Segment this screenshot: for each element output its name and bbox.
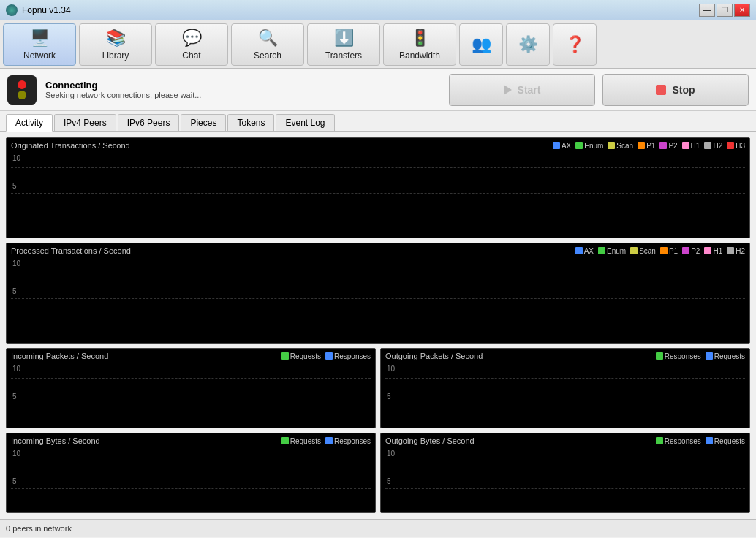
chart-processed-legend: AX Enum Scan P1 P2 H1 H2 bbox=[575, 247, 745, 255]
status-bar: Connecting Seeking network connections, … bbox=[0, 69, 756, 111]
tab-ipv4peers[interactable]: IPv4 Peers bbox=[54, 114, 116, 131]
chart-originated-title: Originated Transactions / Second bbox=[11, 141, 130, 150]
nav-bar: 🖥️ Network 📚 Library 💬 Chat 🔍 Search ⬇️ … bbox=[0, 20, 756, 69]
nav-network-label: Network bbox=[23, 50, 56, 61]
stop-label: Stop bbox=[672, 84, 695, 96]
play-icon bbox=[504, 85, 512, 95]
scale-5-orig: 5 bbox=[12, 182, 17, 190]
stop-button[interactable]: Stop bbox=[602, 74, 749, 106]
close-button[interactable]: ✕ bbox=[734, 4, 750, 17]
nav-transfers-label: Transfers bbox=[325, 50, 362, 61]
chart-incoming-packets: Incoming Packets / Second Requests Respo… bbox=[6, 348, 376, 428]
chart-outgoing-bytes-title: Outgoing Bytes / Second bbox=[385, 436, 475, 445]
nav-settings[interactable]: ⚙️ bbox=[506, 23, 550, 66]
nav-network[interactable]: 🖥️ Network bbox=[3, 23, 76, 66]
nav-search-label: Search bbox=[254, 50, 281, 61]
help-icon: ❓ bbox=[565, 35, 585, 54]
bandwidth-icon: 🚦 bbox=[410, 29, 430, 48]
nav-chat[interactable]: 💬 Chat bbox=[155, 23, 228, 66]
traffic-light bbox=[7, 75, 37, 105]
footer: 0 peers in network bbox=[0, 519, 756, 537]
nav-library-label: Library bbox=[102, 50, 129, 61]
settings-icon: ⚙️ bbox=[518, 35, 538, 54]
chart-outgoing-packets: Outgoing Packets / Second Responses Requ… bbox=[380, 348, 750, 428]
nav-users[interactable]: 👥 bbox=[459, 23, 503, 66]
tab-pieces[interactable]: Pieces bbox=[181, 114, 226, 131]
nav-search[interactable]: 🔍 Search bbox=[231, 23, 304, 66]
nav-transfers[interactable]: ⬇️ Transfers bbox=[307, 23, 380, 66]
scale-10-proc: 10 bbox=[12, 259, 20, 268]
tl-red bbox=[18, 80, 26, 89]
users-icon: 👥 bbox=[472, 35, 491, 54]
chart-originated-legend: AX Enum Scan P1 P2 H1 H2 H3 bbox=[553, 142, 745, 150]
search-icon: 🔍 bbox=[258, 29, 278, 48]
nav-library[interactable]: 📚 Library bbox=[79, 23, 152, 66]
chart-outgoing-packets-title: Outgoing Packets / Second bbox=[385, 352, 483, 360]
scale-5-inb: 5 bbox=[12, 477, 17, 485]
nav-bandwidth[interactable]: 🚦 Bandwidth bbox=[383, 23, 456, 66]
scale-10-orig: 10 bbox=[12, 154, 20, 162]
nav-help[interactable]: ❓ bbox=[553, 23, 597, 66]
chart-processed: Processed Transactions / Second AX Enum … bbox=[6, 243, 750, 344]
library-icon: 📚 bbox=[106, 29, 126, 48]
tab-ipv6peers[interactable]: IPv6 Peers bbox=[118, 114, 180, 131]
scale-5-inp: 5 bbox=[12, 393, 17, 401]
charts-container: Originated Transactions / Second AX Enum… bbox=[0, 132, 756, 519]
chart-incoming-bytes-title: Incoming Bytes / Second bbox=[11, 436, 100, 445]
scale-10-inb: 10 bbox=[12, 450, 20, 458]
transfers-icon: ⬇️ bbox=[334, 29, 354, 48]
nav-bandwidth-label: Bandwidth bbox=[399, 50, 440, 61]
scale-10-inp: 10 bbox=[12, 365, 20, 373]
maximize-button[interactable]: ❐ bbox=[717, 4, 733, 17]
chart-incoming-packets-title: Incoming Packets / Second bbox=[11, 352, 108, 360]
minimize-button[interactable]: — bbox=[699, 4, 715, 17]
tabs-bar: Activity IPv4 Peers IPv6 Peers Pieces To… bbox=[0, 111, 756, 132]
tab-tokens[interactable]: Tokens bbox=[227, 114, 274, 131]
title-bar: Fopnu v1.34 — ❐ ✕ bbox=[0, 0, 756, 20]
nav-chat-label: Chat bbox=[182, 50, 200, 61]
scale-10-outp: 10 bbox=[387, 365, 395, 373]
scale-10-outb: 10 bbox=[387, 450, 395, 458]
chat-icon: 💬 bbox=[182, 29, 202, 48]
tab-activity[interactable]: Activity bbox=[6, 114, 53, 132]
app-icon bbox=[6, 4, 18, 16]
scale-5-outb: 5 bbox=[387, 477, 391, 485]
start-button[interactable]: Start bbox=[449, 74, 595, 106]
chart-processed-title: Processed Transactions / Second bbox=[11, 246, 131, 255]
chart-outgoing-bytes: Outgoing Bytes / Second Responses Reques… bbox=[380, 433, 750, 513]
chart-incoming-bytes: Incoming Bytes / Second Requests Respons… bbox=[6, 433, 376, 513]
status-title: Connecting bbox=[45, 80, 201, 91]
start-label: Start bbox=[518, 84, 541, 96]
stop-icon bbox=[656, 85, 666, 95]
footer-status: 0 peers in network bbox=[6, 524, 72, 533]
scale-5-proc: 5 bbox=[12, 287, 17, 295]
scale-5-outp: 5 bbox=[387, 393, 391, 401]
tab-eventlog[interactable]: Event Log bbox=[276, 114, 334, 131]
chart-originated: Originated Transactions / Second AX Enum… bbox=[6, 137, 750, 238]
status-subtitle: Seeking network connections, please wait… bbox=[45, 91, 201, 99]
network-icon: 🖥️ bbox=[30, 29, 50, 48]
tl-yellow bbox=[18, 91, 26, 99]
app-title: Fopnu v1.34 bbox=[22, 5, 71, 15]
